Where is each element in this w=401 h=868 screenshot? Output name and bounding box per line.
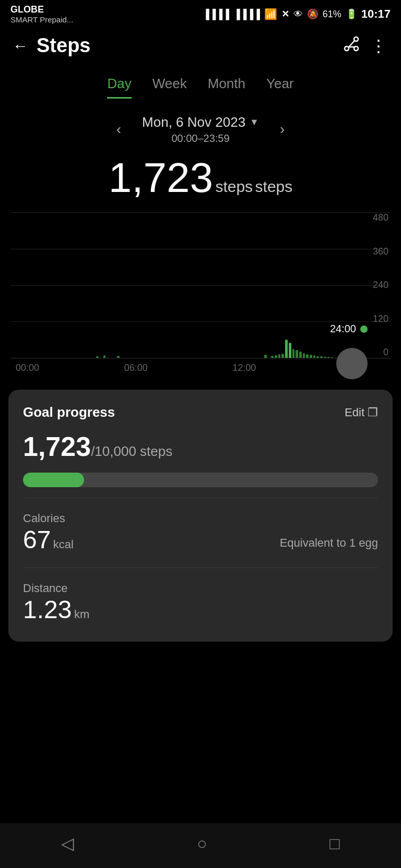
page-title: Steps (37, 34, 90, 57)
goal-current-steps: 1,723 (23, 431, 91, 462)
bar-78 (289, 343, 291, 358)
svg-point-1 (354, 37, 358, 41)
x-icon: ✕ (281, 8, 289, 20)
signal2-icon: ▐▐▐▐ (233, 9, 260, 20)
distance-metric: Distance 1.23 km (23, 576, 378, 629)
distance-unit-text: km (74, 608, 89, 621)
battery-icon: 🔋 (346, 8, 357, 20)
bar-82 (303, 353, 305, 358)
date-text[interactable]: Mon, 6 Nov 2023 ▼ (142, 114, 259, 130)
mute-icon: 🔕 (307, 8, 319, 20)
y-axis: 480 360 240 120 0 (368, 212, 391, 358)
bar-90 (331, 357, 333, 358)
tab-month[interactable]: Month (208, 76, 245, 99)
goal-header: Goal progress Edit ❐ (23, 404, 378, 420)
date-display: Mon, 6 Nov 2023 ▼ 00:00–23:59 (142, 114, 259, 144)
goal-steps-display: 1,723/10,000 steps (23, 431, 378, 462)
x-label-1200: 12:00 (232, 363, 256, 373)
edit-button[interactable]: Edit ❐ (345, 406, 378, 419)
steps-count-display: 1,723 steps steps (0, 149, 401, 212)
bar-84 (310, 355, 312, 358)
time-dot (360, 326, 368, 333)
steps-unit: steps (215, 178, 253, 195)
goal-title: Goal progress (23, 404, 115, 420)
time-indicator: 24:00 (330, 323, 368, 335)
chart-area: 480 360 240 120 0 24:00 (10, 212, 391, 358)
y-label-120: 120 (373, 314, 388, 324)
nav-right: ⋮ (343, 35, 388, 56)
bar-85 (313, 355, 316, 358)
bar-88 (324, 357, 326, 358)
bar-25 (103, 355, 106, 358)
calories-label: Calories (23, 512, 65, 525)
distance-label: Distance (23, 582, 68, 595)
wifi-icon: 📶 (264, 8, 277, 20)
tab-day[interactable]: Day (107, 76, 131, 99)
y-label-360: 360 (373, 246, 388, 257)
goal-progress-card: Goal progress Edit ❐ 1,723/10,000 steps … (8, 390, 393, 642)
y-label-240: 240 (373, 280, 388, 291)
edit-label: Edit (345, 406, 364, 419)
period-tabs: Day Week Month Year (0, 65, 401, 99)
bar-76 (281, 354, 284, 358)
steps-number: 1,723 (109, 154, 213, 201)
signal1-icon: ▐▐▐▐ (203, 9, 229, 20)
date-navigation: ‹ Mon, 6 Nov 2023 ▼ 00:00–23:59 › (0, 99, 401, 149)
y-label-480: 480 (373, 212, 388, 223)
divider-2 (23, 568, 378, 568)
back-nav-button[interactable]: ◁ (61, 834, 74, 853)
bar-73 (271, 356, 274, 358)
scroll-thumb[interactable] (336, 348, 368, 379)
bar-80 (296, 350, 298, 358)
bar-77 (285, 340, 288, 358)
home-nav-button[interactable]: ○ (197, 834, 207, 853)
steps-unit-text: steps (255, 178, 293, 195)
steps-chart: 480 360 240 120 0 24:00 00:00 06:00 12:0… (10, 212, 391, 379)
back-button[interactable]: ← (13, 37, 28, 55)
bar-81 (299, 352, 302, 358)
calories-unit-text: kcal (53, 538, 74, 551)
time-indicator-label: 24:00 (330, 323, 356, 335)
nav-left: ← Steps (13, 34, 90, 57)
date-label: Mon, 6 Nov 2023 (142, 114, 245, 130)
carrier-info: GLOBE SMART Prepaid... (10, 4, 73, 24)
calories-value-group: 67 kcal (23, 525, 74, 554)
chart-bars-container (10, 212, 370, 358)
x-axis: 00:00 06:00 12:00 18:00 (10, 358, 391, 373)
calories-metric: Calories 67 kcal Equivalent to 1 egg (23, 507, 378, 559)
bar-74 (275, 355, 277, 358)
bar-89 (327, 357, 330, 358)
x-label-0600: 06:00 (124, 363, 148, 373)
edit-icon: ❐ (368, 406, 378, 419)
status-bar: GLOBE SMART Prepaid... ▐▐▐▐ ▐▐▐▐ 📶 ✕ 👁 🔕… (0, 0, 401, 26)
more-options-icon[interactable]: ⋮ (370, 36, 388, 56)
next-date-button[interactable]: › (280, 121, 285, 138)
bar-23 (96, 356, 99, 358)
top-navigation: ← Steps ⋮ (0, 26, 401, 65)
distance-value: 1.23 (23, 596, 72, 623)
y-label-0: 0 (383, 347, 388, 358)
bar-83 (306, 354, 309, 358)
progress-bar-container (23, 473, 378, 487)
tab-year[interactable]: Year (266, 76, 294, 99)
bar-29 (117, 356, 120, 358)
svg-point-2 (354, 46, 358, 51)
goal-total-steps: /10,000 steps (91, 443, 172, 459)
time-range-label: 00:00–23:59 (171, 132, 229, 144)
carrier1-label: GLOBE (10, 4, 73, 15)
prev-date-button[interactable]: ‹ (116, 121, 121, 138)
calories-value: 67 (23, 526, 51, 553)
calories-row: 67 kcal Equivalent to 1 egg (23, 525, 378, 554)
carrier2-label: SMART Prepaid... (10, 15, 73, 24)
bar-71 (264, 355, 267, 358)
svg-line-3 (349, 41, 355, 47)
battery-percent: 61% (323, 9, 341, 20)
progress-bar-fill (23, 473, 84, 487)
bar-75 (278, 354, 281, 358)
recent-nav-button[interactable]: □ (329, 834, 339, 853)
tab-week[interactable]: Week (152, 76, 187, 99)
calories-equivalent: Equivalent to 1 egg (280, 536, 378, 554)
status-time: 10:17 (361, 7, 391, 21)
connect-icon[interactable] (343, 35, 360, 56)
svg-point-0 (345, 46, 349, 51)
